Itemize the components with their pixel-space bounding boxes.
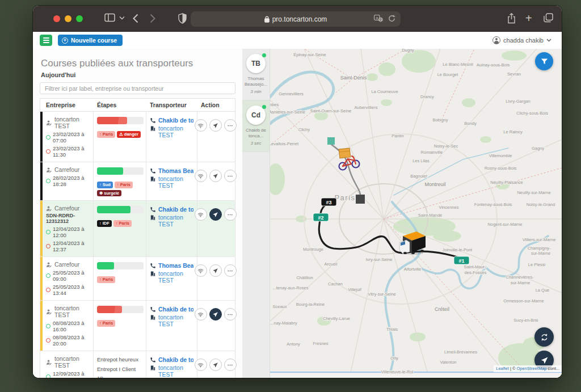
transporter-contact[interactable]: Thomas Beaus... [150, 262, 194, 269]
driver-card[interactable]: Cd Chakib de tonca... 3 sec [242, 100, 270, 152]
more-button[interactable] [224, 119, 237, 132]
map-filter-button[interactable] [535, 52, 553, 70]
more-button[interactable] [224, 208, 237, 221]
row-status-stripe [40, 351, 43, 378]
menu-button[interactable] [40, 35, 52, 46]
city-label: Champigny- [528, 246, 551, 251]
shield-icon[interactable] [178, 13, 187, 24]
map-refresh-button[interactable] [534, 327, 554, 347]
user-menu[interactable]: chadda chakib [492, 36, 551, 44]
transporter-contact[interactable]: Thomas Beaus... [150, 167, 194, 174]
city-label: Villeneuve-le-Roi [381, 369, 414, 374]
transporter-contact[interactable]: Chakib de to... [150, 356, 194, 363]
forward-icon[interactable] [150, 14, 155, 23]
table-row[interactable]: Carrefour SDN-RDRD-1231231212/04/2023 à … [40, 201, 235, 257]
city-label: Villemomble [489, 153, 512, 158]
company-name: toncarton TEST [46, 116, 90, 129]
more-button[interactable] [224, 170, 237, 182]
driver-card[interactable]: TB Thomas Beausejo... 3 min [242, 49, 270, 100]
address-bar[interactable]: pro.toncarton.com a文 [191, 11, 401, 27]
status-ring-icon [46, 230, 50, 234]
track-button[interactable] [209, 308, 222, 321]
city-label: Aubervilliers [355, 105, 378, 110]
share-icon[interactable] [507, 13, 516, 24]
company-name: Carrefour [46, 205, 90, 212]
city-label: Villiers-sur-Marne [523, 237, 556, 242]
stop-marker-3[interactable]: #3 [321, 198, 336, 206]
table-row[interactable]: toncarton TEST 23/02/2023 à 07:0023/02/2… [40, 112, 235, 162]
building-icon [150, 125, 156, 132]
more-button[interactable] [224, 359, 237, 371]
back-icon[interactable] [133, 14, 138, 23]
city-label: Aulnay-sous-Bois [477, 62, 510, 68]
close-window-button[interactable] [53, 15, 60, 22]
phone-icon [150, 168, 156, 174]
transporter-company[interactable]: toncarton TEST [150, 175, 194, 189]
tabs-overview-icon[interactable] [544, 13, 553, 23]
traffic-lights[interactable] [53, 15, 83, 22]
filter-input[interactable] [40, 82, 235, 94]
date-start: 12/09/2023 à 08:30 [46, 370, 90, 378]
reload-icon[interactable] [388, 15, 395, 24]
translate-icon[interactable]: a文 [374, 15, 383, 24]
transporter-contact[interactable]: Chakib de to... [150, 306, 194, 313]
track-button[interactable] [209, 119, 222, 132]
status-ring-icon [46, 324, 50, 328]
browser-window: pro.toncarton.com a文 + + Nouvelle course [33, 6, 562, 378]
svg-text:a: a [376, 16, 378, 20]
wifi-button[interactable] [195, 308, 207, 321]
city-label: Le Raincy [503, 129, 523, 134]
wifi-button[interactable] [195, 208, 207, 221]
table-row[interactable]: toncarton TEST 12/09/2023 à 08:3012/09/2… [40, 351, 235, 378]
city-label: Noisy-le-Sec [434, 144, 458, 149]
transporter-contact[interactable]: Chakib de to... [150, 117, 194, 124]
more-button[interactable] [224, 308, 237, 321]
osm-link[interactable]: OpenStreetMap [517, 366, 547, 371]
wifi-button[interactable] [195, 119, 207, 132]
user-avatar-icon [492, 36, 500, 44]
city-label: Neuilly-Plaisance [490, 180, 523, 185]
wifi-button[interactable] [195, 170, 207, 182]
city-label: Nogent-sur-Marne [488, 222, 523, 227]
transporter-company[interactable]: toncarton TEST [150, 364, 194, 378]
stop-marker-2[interactable]: #2 [313, 213, 329, 221]
leaflet-link[interactable]: Leaflet [496, 366, 509, 371]
stop-marker-1[interactable]: #1 [454, 256, 469, 264]
table-row[interactable]: Carrefour 25/05/2023 à 09:0025/05/2023 à… [40, 257, 235, 301]
sidebar-toggle-icon[interactable] [104, 13, 115, 22]
track-button[interactable] [209, 208, 222, 221]
track-button[interactable] [209, 264, 222, 277]
status-ring-icon [46, 135, 50, 140]
city-label: Joinville-le-Pont [443, 247, 473, 252]
depot-square-marker[interactable] [327, 137, 335, 145]
city-label: Asnières-sur-Seine [270, 109, 305, 115]
cluster-square-marker[interactable] [356, 195, 365, 204]
person-edit-icon [46, 262, 52, 268]
city-label: Bourg-la-Reine [296, 302, 325, 307]
more-button[interactable] [224, 264, 237, 277]
chevron-down-icon[interactable] [119, 16, 125, 20]
wifi-button[interactable] [195, 359, 207, 371]
track-button[interactable] [209, 170, 222, 182]
zoom-window-button[interactable] [76, 15, 83, 22]
steps-cell: ↑Paris⚠danger [94, 112, 146, 162]
map[interactable]: Épinay-sur-SeineDugnySaint-DenisLe Bourg… [270, 49, 562, 378]
table-row[interactable]: toncarton TEST 08/08/2023 à 16:0008/08/2… [40, 301, 235, 351]
date-end: 25/05/2023 à 13:44 [46, 284, 90, 296]
transporter-company[interactable]: toncarton TEST [150, 214, 194, 227]
lock-icon [264, 16, 270, 23]
wifi-button[interactable] [195, 264, 207, 277]
transporter-company[interactable]: toncarton TEST [150, 125, 194, 138]
city-label: Le Plessi [528, 262, 546, 267]
minimize-window-button[interactable] [65, 15, 71, 22]
tag-Paris: ↑Paris [97, 131, 115, 138]
tag-danger: ⚠danger [117, 131, 141, 138]
table-row[interactable]: Carrefour 28/02/2023 à 18:28 ↑Sud↑Paris❄… [40, 162, 235, 201]
transporter-company[interactable]: toncarton TEST [150, 314, 194, 327]
transporter-company[interactable]: toncarton TEST [150, 270, 194, 284]
new-course-button[interactable]: + Nouvelle course [58, 35, 123, 46]
new-tab-icon[interactable]: + [525, 14, 532, 23]
transporter-contact[interactable]: Chakib de to... [150, 206, 194, 213]
track-button[interactable] [209, 359, 222, 371]
driver-avatar: Cd [246, 106, 266, 125]
